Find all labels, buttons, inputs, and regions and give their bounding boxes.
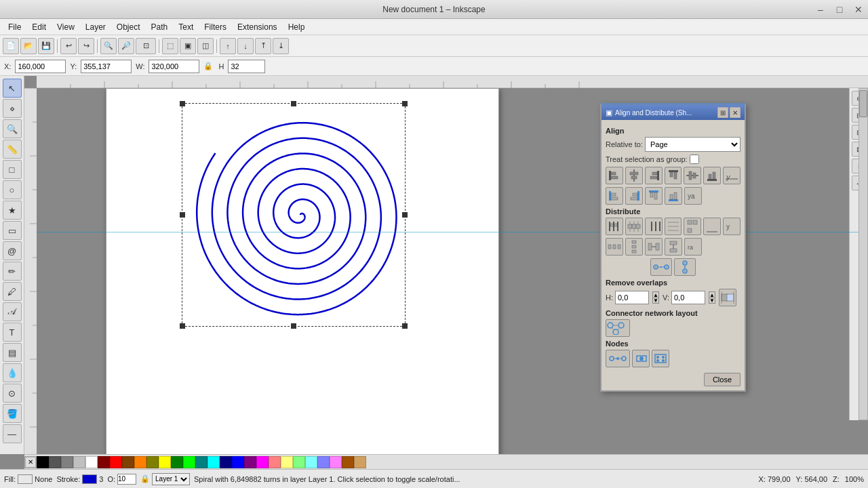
align-bottom-anchor[interactable] (665, 187, 682, 205)
h-down-btn[interactable]: ▼ (652, 298, 659, 304)
align-exchange-positions[interactable]: ya (684, 187, 702, 205)
fill-swatch[interactable] (18, 474, 33, 484)
node-btn-3[interactable] (652, 350, 669, 367)
dist-centers-h[interactable] (625, 218, 643, 235)
menu-extensions[interactable]: Extensions (232, 21, 283, 33)
align-top-edge[interactable] (665, 167, 682, 184)
zoom-out-button[interactable]: 🔎 (118, 38, 134, 54)
palette-gray[interactable] (61, 456, 73, 468)
palette-black[interactable] (37, 456, 49, 468)
remove-overlaps-btn[interactable] (719, 289, 736, 306)
dist-bottom-edges[interactable] (703, 218, 721, 235)
dist-baseline-v[interactable]: ra (684, 238, 702, 256)
align-center-v[interactable] (625, 167, 643, 184)
menu-layer[interactable]: Layer (80, 21, 111, 33)
h-input[interactable] (228, 60, 265, 73)
v-up-btn[interactable]: ▲ (709, 291, 715, 298)
x-input[interactable] (15, 60, 66, 73)
circle-tool[interactable]: ○ (3, 180, 22, 199)
new-button[interactable]: 📄 (3, 38, 19, 54)
group-button[interactable]: ▣ (180, 38, 196, 54)
palette-green[interactable] (183, 456, 195, 468)
opacity-input[interactable] (117, 474, 136, 485)
align-right-anchor[interactable] (625, 187, 643, 205)
select-all-button[interactable]: ⬚ (162, 38, 178, 54)
zoom-in-button[interactable]: 🔍 (100, 38, 117, 54)
palette-magenta[interactable] (256, 456, 269, 468)
pen-tool[interactable]: 🖊 (3, 282, 22, 301)
y-input[interactable] (81, 60, 132, 73)
menu-view[interactable]: View (52, 21, 80, 33)
dist-h-gaps[interactable] (645, 238, 663, 256)
align-panel-detach[interactable]: ⊞ (717, 107, 728, 118)
dist-left-edges[interactable] (606, 218, 623, 235)
treat-group-checkbox[interactable] (690, 155, 699, 164)
node-btn-1[interactable] (606, 350, 630, 367)
calligraphy-tool[interactable]: 𝒜 (3, 302, 22, 321)
menu-filters[interactable]: Filters (199, 21, 232, 33)
palette-light-magenta[interactable] (330, 456, 342, 468)
align-left-edge[interactable] (606, 167, 623, 184)
text-tool[interactable]: T (3, 323, 22, 342)
measure-tool[interactable]: 📏 (3, 140, 22, 159)
palette-purple[interactable] (244, 456, 256, 468)
connector-tool[interactable]: — (3, 424, 22, 443)
close-button[interactable]: Close (704, 373, 741, 386)
menu-text[interactable]: Text (173, 21, 199, 33)
align-text-baseline[interactable]: y (723, 167, 741, 184)
align-bottom-edge[interactable] (703, 167, 721, 184)
3d-box-tool[interactable]: ▭ (3, 221, 22, 240)
save-button[interactable]: 💾 (38, 38, 54, 54)
menu-file[interactable]: File (3, 21, 26, 33)
lower-bottom-button[interactable]: ⤓ (273, 38, 289, 54)
palette-orange-dark[interactable] (122, 456, 134, 468)
palette-teal[interactable] (195, 456, 208, 468)
palette-light-blue[interactable] (317, 456, 330, 468)
w-input[interactable] (149, 60, 199, 73)
maximize-button[interactable]: □ (830, 0, 849, 19)
dist-top-edges[interactable] (665, 218, 682, 235)
palette-tan[interactable] (354, 456, 366, 468)
palette-red[interactable] (110, 456, 122, 468)
node-tool[interactable]: ⋄ (3, 99, 22, 118)
v-overlap-input[interactable] (671, 291, 705, 304)
palette-olive[interactable] (146, 456, 159, 468)
connector-layout-btn[interactable] (606, 319, 630, 337)
palette-pink[interactable] (269, 456, 281, 468)
relative-to-dropdown[interactable]: Page Drawing Selection First selected La… (645, 137, 741, 152)
align-panel-close[interactable]: ✕ (730, 107, 741, 118)
rect-tool[interactable]: □ (3, 160, 22, 179)
v-down-btn[interactable]: ▼ (709, 298, 715, 304)
menu-object[interactable]: Object (111, 21, 146, 33)
canvas-area[interactable]: ▣ Align and Distribute (Sh... ⊞ ✕ Align … (24, 76, 868, 454)
menu-help[interactable]: Help (283, 21, 311, 33)
zoom-fit-button[interactable]: ⊡ (136, 38, 156, 54)
align-top-anchor[interactable] (645, 187, 663, 205)
redo-button[interactable]: ↪ (78, 38, 94, 54)
stroke-swatch[interactable] (82, 474, 97, 484)
palette-light-green[interactable] (293, 456, 305, 468)
dist-v-gaps[interactable] (665, 238, 682, 256)
palette-brown[interactable] (342, 456, 354, 468)
spiral-tool[interactable]: @ (3, 241, 22, 260)
align-left-anchor[interactable] (606, 187, 623, 205)
menu-edit[interactable]: Edit (26, 21, 52, 33)
dist-centers-v[interactable] (684, 218, 701, 235)
raise-button[interactable]: ↑ (220, 38, 236, 54)
no-color-swatch[interactable]: ✕ (24, 456, 37, 468)
dist-baseline[interactable]: y (723, 218, 741, 235)
palette-light-cyan[interactable] (305, 456, 317, 468)
layer-dropdown[interactable]: Layer 1 (152, 473, 190, 485)
h-up-btn[interactable]: ▲ (652, 291, 659, 298)
palette-yellow[interactable] (159, 456, 171, 468)
undo-button[interactable]: ↩ (60, 38, 77, 54)
dist-right-edges[interactable] (645, 218, 663, 235)
dropper-tool[interactable]: 💧 (3, 363, 22, 382)
palette-white[interactable] (85, 456, 98, 468)
paint-bucket-tool[interactable]: 🪣 (3, 404, 22, 423)
gradient-tool[interactable]: ▤ (3, 343, 22, 362)
dist-gaps-v[interactable] (625, 238, 643, 256)
select-tool[interactable]: ↖ (3, 79, 22, 98)
vertical-scrollbar[interactable] (859, 88, 868, 420)
dist-gaps-h[interactable] (606, 238, 623, 256)
